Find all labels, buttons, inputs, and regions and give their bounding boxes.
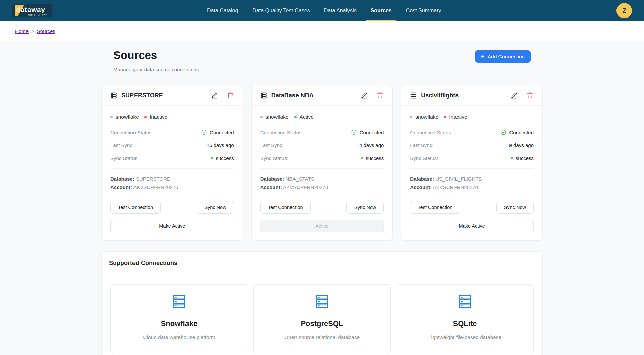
delete-button[interactable] (526, 92, 534, 99)
account-line: Account: AKVSCRI-RN20270 (110, 183, 234, 191)
database-icon (260, 92, 267, 99)
last-sync-value: 9 days ago (509, 142, 534, 148)
connection-status-label: Connection Status: (260, 130, 303, 135)
delete-button[interactable] (376, 92, 384, 99)
supported-card-postgresql[interactable]: PostgreSQL Open source relational databa… (253, 284, 391, 354)
main-content: Sources Manage your data source connecti… (101, 49, 543, 355)
engine-dot-icon (110, 116, 113, 118)
engine-dot-icon (260, 116, 263, 118)
database-icon (171, 294, 187, 309)
nav-item-data-catalog[interactable]: Data Catalog (202, 0, 243, 21)
database-line: Database: NBA_STATS (260, 175, 384, 183)
sync-status-label: Sync Status: (410, 155, 438, 161)
last-sync-row: Last Sync: 16 days ago (110, 142, 234, 148)
account-value: AKVSCRI-RN20270 (433, 184, 478, 190)
add-connection-button[interactable]: + Add Connection (475, 50, 531, 63)
breadcrumb-home-link[interactable]: Home (15, 28, 29, 34)
connection-status-label: Connection Status: (410, 130, 452, 135)
engine-label: snowflake (116, 114, 139, 120)
state-label: Inactive (150, 114, 167, 120)
sync-now-button[interactable]: Sync Now (496, 201, 534, 214)
edit-button[interactable] (360, 92, 368, 99)
source-name: Uscivilflights (421, 92, 501, 99)
account-line: Account: AKVSCRI-RN20270 (410, 183, 534, 191)
account-line: Account: AKVSCRI-RN20270 (260, 183, 384, 191)
engine-dot-icon (410, 116, 412, 118)
supported-description: Lightweight file-based database (403, 334, 527, 340)
supported-connections-title: Supported Connections (102, 252, 542, 275)
trash-icon (526, 92, 534, 99)
database-icon (457, 294, 473, 309)
connection-status-value: Connected (201, 129, 234, 135)
state-dot-icon (144, 116, 147, 118)
database-value: US_CIVIL_FLIGHTS (435, 176, 482, 182)
edit-icon (510, 92, 518, 99)
make-active-button[interactable]: Make Active (110, 220, 234, 232)
success-dot-icon (211, 157, 213, 159)
engine-status-row: snowflake Inactive (110, 114, 234, 120)
logo-text: dataway (16, 6, 45, 13)
source-name: SUPERSTORE (121, 92, 202, 99)
test-connection-button[interactable]: Test Connection (110, 201, 161, 214)
state-dot-icon (444, 116, 446, 118)
success-dot-icon (511, 157, 513, 159)
source-name: DataBase NBA (271, 92, 352, 99)
card-actions: Test Connection Sync Now (260, 201, 384, 214)
connection-status-row: Connection Status: Connected (110, 129, 234, 135)
nav-item-data-quality-test-cases[interactable]: Data Quality Test Cases (248, 0, 314, 21)
trash-icon (227, 92, 234, 99)
source-cards-grid: SUPERSTORE snowflake Inactive Connection… (101, 85, 543, 241)
test-connection-button[interactable]: Test Connection (410, 201, 460, 214)
detail-rows: Connection Status: Connected Last Sync: … (410, 129, 534, 161)
last-sync-value: 16 days ago (207, 142, 234, 148)
success-dot-icon (361, 157, 363, 159)
engine-status-row: snowflake Inactive (410, 114, 534, 120)
edit-button[interactable] (211, 92, 218, 99)
last-sync-row: Last Sync: 14 days ago (260, 142, 384, 148)
sync-now-button[interactable]: Sync Now (346, 201, 384, 214)
top-navbar: dataway THE ONLY WAY Data Catalog Data Q… (0, 0, 644, 21)
nav-item-cost-summary[interactable]: Cost Summary (401, 0, 446, 21)
sync-status-value: success (211, 155, 234, 161)
engine-status-row: snowflake Active (260, 114, 384, 120)
breadcrumb-separator: > (31, 28, 34, 34)
state-label: Active (300, 114, 314, 120)
breadcrumb-sources-link[interactable]: Sources (37, 28, 55, 34)
database-line: Database: SUPERSTORE (110, 175, 234, 183)
last-sync-row: Last Sync: 9 days ago (410, 142, 534, 148)
connection-status-row: Connection Status: Connected (260, 129, 384, 135)
check-circle-icon (351, 129, 357, 135)
source-card-database-nba: DataBase NBA snowflake Active Connection… (251, 85, 393, 241)
breadcrumb: Home > Sources (0, 21, 644, 41)
card-actions: Test Connection Sync Now (110, 201, 234, 214)
nav-item-data-analysis[interactable]: Data Analysis (319, 0, 361, 21)
supported-connections-grid: Snowflake Cloud data warehouse platform … (102, 275, 542, 355)
user-avatar[interactable]: Z (616, 3, 632, 18)
page-header: Sources Manage your data source connecti… (101, 49, 543, 72)
sync-now-button[interactable]: Sync Now (197, 201, 234, 214)
make-active-button[interactable]: Make Active (410, 220, 534, 232)
delete-button[interactable] (227, 92, 234, 99)
source-card-uscivilflights: Uscivilflights snowflake Inactive Connec… (401, 85, 543, 241)
active-button-disabled: Active (260, 220, 384, 232)
database-value: SUPERSTORE (136, 176, 170, 182)
edit-button[interactable] (510, 92, 518, 99)
divider (260, 168, 384, 169)
app-logo[interactable]: dataway THE ONLY WAY (12, 4, 52, 17)
test-connection-button[interactable]: Test Connection (260, 201, 311, 214)
check-circle-icon (500, 129, 506, 135)
page-subtitle: Manage your data source connections (113, 66, 199, 72)
nav-item-sources[interactable]: Sources (366, 0, 396, 21)
edit-icon (360, 92, 368, 99)
supported-name: PostgreSQL (260, 319, 384, 328)
sync-status-value: success (511, 155, 534, 161)
supported-description: Open source relational database (260, 334, 384, 340)
supported-card-sqlite[interactable]: SQLite Lightweight file-based database (396, 284, 534, 354)
engine-label: snowflake (415, 114, 438, 120)
card-header: Uscivilflights (401, 85, 542, 106)
supported-card-snowflake[interactable]: Snowflake Cloud data warehouse platform (110, 284, 248, 354)
database-line: Database: US_CIVIL_FLIGHTS (410, 175, 534, 183)
engine-label: snowflake (266, 114, 289, 120)
database-icon (110, 92, 117, 99)
account-value: AKVSCRI-RN20270 (133, 184, 178, 190)
